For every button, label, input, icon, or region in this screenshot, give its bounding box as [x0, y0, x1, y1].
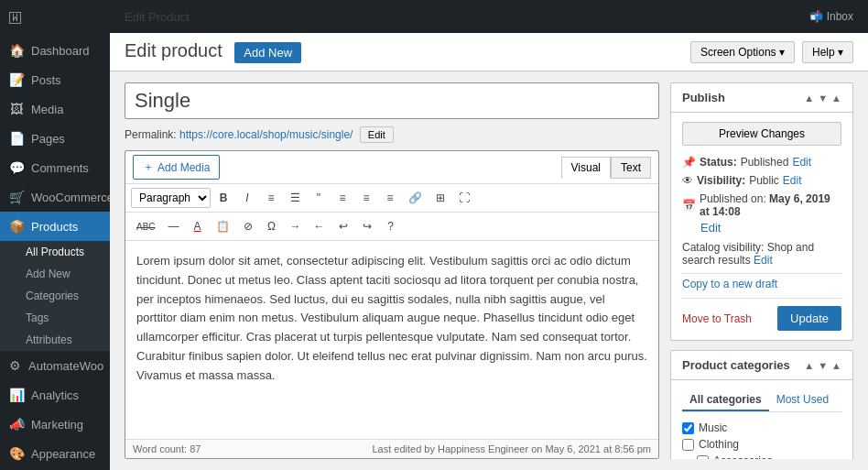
products-icon: 📦 [9, 219, 24, 234]
sidebar-item-comments[interactable]: 💬 Comments [0, 153, 110, 182]
appearance-icon: 🎨 [9, 446, 24, 461]
sidebar-item-label: Pages [31, 132, 65, 146]
list-item: Clothing [682, 436, 841, 453]
sidebar-submenu-tags[interactable]: Tags [0, 307, 110, 329]
special-char-button[interactable]: Ω [261, 216, 283, 236]
indent-button[interactable]: → [285, 216, 307, 236]
cat-collapse-up[interactable]: ▲ [804, 360, 814, 371]
editor-content[interactable]: Lorem ipsum dolor sit amet, consectetur … [125, 241, 658, 439]
tab-text[interactable]: Text [611, 157, 651, 179]
category-checkbox-music[interactable] [682, 422, 694, 434]
product-title-input[interactable] [125, 82, 659, 119]
sidebar-item-automatewoo[interactable]: ⚙ AutomateWoo [0, 351, 110, 380]
categories-box-header: Product categories ▲ ▼ ▲ [671, 351, 852, 380]
add-new-button[interactable]: Add New [234, 42, 301, 63]
inbox-button[interactable]: 📬 Inbox [809, 10, 853, 23]
collapse-up-icon[interactable]: ▲ [804, 93, 814, 104]
preview-changes-button[interactable]: Preview Changes [682, 122, 841, 146]
published-date-edit-link[interactable]: Edit [700, 221, 721, 235]
sidebar-submenu-categories[interactable]: Categories [0, 285, 110, 307]
clear-format-button[interactable]: ⊘ [237, 216, 259, 236]
add-media-button[interactable]: ＋ Add Media [133, 155, 220, 180]
sidebar-item-posts[interactable]: 📝 Posts [0, 65, 110, 94]
category-tabs: All categories Most Used [682, 389, 841, 412]
visibility-icon: 👁 [682, 174, 693, 187]
hr-button[interactable]: — [163, 216, 185, 236]
sidebar-item-label: Posts [31, 73, 61, 87]
sidebar-item-woocommerce[interactable]: 🛒 WooCommerce [0, 182, 110, 212]
visibility-edit-link[interactable]: Edit [783, 174, 802, 187]
copy-draft-link[interactable]: Copy to a new draft [682, 278, 841, 290]
sidebar-item-label: Appearance [31, 447, 95, 461]
bold-button[interactable]: B [212, 188, 234, 208]
comments-icon: 💬 [9, 160, 24, 175]
unordered-list-button[interactable]: ☰ [284, 188, 306, 208]
paragraph-select[interactable]: Paragraph [131, 188, 211, 208]
posts-icon: 📝 [9, 72, 24, 87]
wp-logo-icon: 🅆 [9, 11, 21, 25]
catalog-edit-link[interactable]: Edit [754, 254, 773, 267]
sidebar-submenu-attributes[interactable]: Attributes [0, 329, 110, 351]
content-area: Permalink: https://core.local/shop/music… [110, 71, 868, 470]
publish-box-header: Publish ▲ ▼ ▲ [671, 83, 852, 113]
editor-tabs-row: ＋ Add Media Visual Text [125, 151, 658, 184]
sidebar-item-label: Dashboard [31, 44, 90, 58]
wp-editor: ＋ Add Media Visual Text Paragraph B I ≡ [125, 150, 659, 459]
outdent-button[interactable]: ← [309, 216, 331, 236]
help-button[interactable]: Help ▾ [802, 41, 853, 63]
align-left-button[interactable]: ≡ [331, 188, 353, 208]
automatewoo-icon: ⚙ [9, 358, 21, 373]
paste-text-button[interactable]: 📋 [211, 216, 235, 236]
undo-button[interactable]: ↩ [332, 216, 354, 236]
sidebar-item-pages[interactable]: 📄 Pages [0, 124, 110, 153]
catalog-visibility-row: Catalog visibility: Shop and search resu… [682, 238, 841, 269]
permalink-edit-button[interactable]: Edit [360, 126, 394, 143]
word-count: Word count: 87 [133, 443, 201, 454]
move-to-trash-link[interactable]: Move to Trash [682, 312, 752, 325]
tab-visual[interactable]: Visual [561, 157, 611, 179]
categories-box-controls: ▲ ▼ ▲ [804, 360, 841, 371]
sidebar-submenu-all-products[interactable]: All Products [0, 241, 110, 263]
publish-box-title: Publish [682, 91, 725, 104]
categories-box: Product categories ▲ ▼ ▲ All categories … [670, 350, 853, 459]
page-title: Edit product [125, 40, 222, 60]
update-button[interactable]: Update [777, 306, 841, 331]
editor-toolbar-row1: Paragraph B I ≡ ☰ " ≡ ≡ ≡ 🔗 ⊞ ⛶ [125, 184, 658, 213]
align-center-button[interactable]: ≡ [355, 188, 377, 208]
editor-help-button[interactable]: ? [380, 216, 402, 236]
cat-collapse-toggle[interactable]: ▲ [831, 360, 841, 371]
media-icon: 🖼 [9, 102, 24, 116]
editor-toolbar-row2: ABC — A 📋 ⊘ Ω → ← ↩ ↪ ? [125, 213, 658, 241]
sidebar-item-analytics[interactable]: 📊 Analytics [0, 380, 110, 410]
sidebar-item-appearance[interactable]: 🎨 Appearance [0, 439, 110, 468]
collapse-toggle-icon[interactable]: ▲ [831, 93, 841, 104]
italic-button[interactable]: I [236, 188, 258, 208]
sidebar-products-submenu: All Products Add New Categories Tags Att… [0, 241, 110, 351]
redo-button[interactable]: ↪ [356, 216, 378, 236]
fullscreen-button[interactable]: ⛶ [453, 188, 475, 208]
tab-most-used[interactable]: Most Used [769, 389, 836, 411]
tab-all-categories[interactable]: All categories [682, 389, 769, 411]
category-checkbox-accessories[interactable] [697, 455, 709, 460]
text-color-button[interactable]: A [187, 216, 209, 236]
blockquote-button[interactable]: " [308, 188, 330, 208]
sidebar-item-dashboard[interactable]: 🏠 Dashboard [0, 36, 110, 65]
category-checkbox-clothing[interactable] [682, 439, 694, 451]
dashboard-icon: 🏠 [9, 43, 24, 58]
permalink-link[interactable]: https://core.local/shop/music/single/ [179, 128, 353, 141]
cat-collapse-down[interactable]: ▼ [818, 360, 828, 371]
sidebar-item-marketing[interactable]: 📣 Marketing [0, 410, 110, 439]
sidebar-item-products[interactable]: 📦 Products [0, 212, 110, 241]
strikethrough-button[interactable]: ABC [131, 218, 161, 235]
sidebar-item-media[interactable]: 🖼 Media [0, 94, 110, 124]
align-right-button[interactable]: ≡ [379, 188, 401, 208]
screen-options-button[interactable]: Screen Options ▾ [690, 41, 795, 63]
publish-box-controls: ▲ ▼ ▲ [804, 93, 841, 104]
collapse-down-icon[interactable]: ▼ [818, 93, 828, 104]
status-edit-link[interactable]: Edit [792, 156, 811, 169]
link-button[interactable]: 🔗 [403, 188, 428, 208]
ordered-list-button[interactable]: ≡ [260, 188, 282, 208]
analytics-icon: 📊 [9, 388, 24, 402]
sidebar-submenu-add-new[interactable]: Add New [0, 263, 110, 285]
table-button[interactable]: ⊞ [429, 188, 451, 208]
